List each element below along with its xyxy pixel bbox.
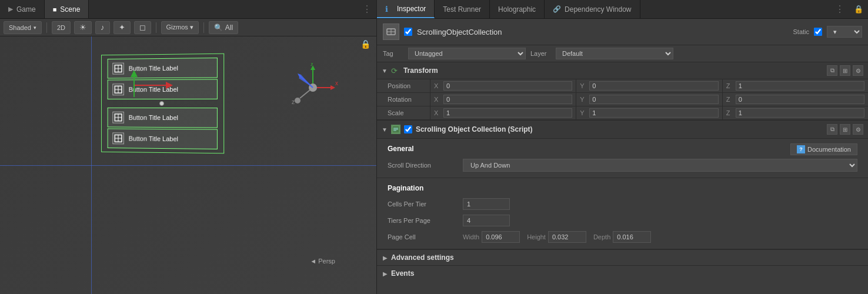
gizmos-button[interactable]: Gizmos ▾ <box>161 21 199 34</box>
svg-line-27 <box>300 76 313 88</box>
inspector-lock-icon[interactable]: 🔒 <box>849 0 868 18</box>
events-chevron-icon: ▶ <box>383 270 388 277</box>
position-y-cell: Y <box>576 79 722 93</box>
transform-paste-icon[interactable]: ⊞ <box>840 65 850 76</box>
scale-y-input[interactable] <box>589 108 718 118</box>
scale-z-input[interactable] <box>736 108 864 118</box>
transform-actions: ⧉ ⊞ ⚙ <box>827 65 863 76</box>
scene-viewport[interactable]: Button Title Label Button Title Label <box>0 36 376 294</box>
tab-scene[interactable]: ■ Scene <box>45 0 89 18</box>
script-copy-icon[interactable]: ⧉ <box>827 124 837 135</box>
scene-camera-toggle[interactable]: ◻ <box>134 21 151 34</box>
page-cell-width-item: Width <box>463 231 520 243</box>
page-cell-width-input[interactable] <box>482 231 520 243</box>
list-item: Button Title Label <box>108 128 218 149</box>
list-item: Button Title Label <box>108 108 218 128</box>
tab-inspector[interactable]: ℹ Inspector <box>377 0 435 18</box>
position-z-input[interactable] <box>736 81 864 91</box>
lock-icon[interactable]: 🔒 <box>360 39 370 49</box>
script-icon <box>391 125 400 134</box>
transform-gear-icon[interactable]: ⚙ <box>853 65 863 76</box>
pagination-subsection: Pagination Cells Per Tier Tiers Per Page… <box>377 178 868 249</box>
script-actions: ⧉ ⊞ ⚙ <box>827 124 863 135</box>
tag-layer-row: Tag Untagged Layer Default <box>377 45 868 62</box>
scale-z-cell: Z <box>722 106 868 120</box>
script-gear-icon[interactable]: ⚙ <box>853 124 863 135</box>
general-subsection: General ? Documentation Scroll Direction… <box>377 139 868 178</box>
transform-icon: ⟳ <box>391 66 398 75</box>
scale-x-cell: X <box>430 106 576 120</box>
scene-gizmo: x y z <box>288 63 338 115</box>
static-dropdown[interactable]: ▾ <box>827 26 862 38</box>
page-cell-height-item: Height <box>527 231 586 243</box>
left-tabs: ▶ Game ■ Scene ⋮ <box>0 0 376 19</box>
static-checkbox[interactable] <box>814 28 822 36</box>
page-cell-depth-item: Depth <box>593 231 651 243</box>
collection-border: Button Title Label Button Title Label <box>101 54 224 154</box>
inspector-panel-options[interactable]: ⋮ <box>830 0 849 18</box>
tiers-per-page-input[interactable] <box>463 215 510 226</box>
audio-toggle[interactable]: ♪ <box>95 21 110 34</box>
tag-select[interactable]: Untagged <box>408 48 526 59</box>
inspector-content: ScrollingObjectCollection Static ▾ Tag U… <box>377 19 868 294</box>
rotation-y-cell: Y <box>576 93 722 106</box>
advanced-settings-row[interactable]: ▶ Advanced settings <box>377 249 868 265</box>
lighting-toggle[interactable]: ☀ <box>74 21 92 34</box>
transform-chevron-icon: ▼ <box>382 68 388 74</box>
scroll-direction-select[interactable]: Up And Down Left And Right <box>463 159 857 172</box>
rotation-label: Rotation <box>377 93 430 106</box>
rotation-z-input[interactable] <box>736 95 864 104</box>
inspector-tabs: ℹ Inspector Test Runner Holographic 🔗 De… <box>377 0 868 19</box>
separator <box>46 22 47 33</box>
transform-copy-icon[interactable]: ⧉ <box>827 65 837 76</box>
rotation-x-input[interactable] <box>443 95 572 104</box>
item-icon-4 <box>112 132 123 144</box>
item-icon-1 <box>112 63 123 75</box>
search-button[interactable]: 🔍 All <box>209 21 238 34</box>
component-enabled-checkbox[interactable] <box>404 28 412 36</box>
script-chevron-icon: ▼ <box>382 126 388 133</box>
shading-dropdown[interactable]: Shaded ▾ <box>4 21 42 34</box>
tab-test-runner[interactable]: Test Runner <box>435 0 490 18</box>
rotation-z-cell: Z <box>722 93 868 106</box>
page-cell-depth-input[interactable] <box>613 231 651 243</box>
rotation-y-input[interactable] <box>589 95 718 104</box>
2d-toggle[interactable]: 2D <box>52 21 71 34</box>
tab-holographic[interactable]: Holographic <box>490 0 545 18</box>
scene-toolbar: Shaded ▾ 2D ☀ ♪ ✦ ◻ Gizmos ▾ 🔍 All <box>0 19 376 36</box>
page-cell-row: Page Cell Width Height Depth <box>388 229 857 245</box>
svg-point-21 <box>295 98 301 103</box>
transform-arrows <box>128 71 175 102</box>
object-collection-container: Button Title Label Button Title Label <box>101 54 224 154</box>
page-cell-values: Width Height Depth <box>463 231 857 243</box>
inspector-icon: ℹ <box>385 5 393 13</box>
position-x-input[interactable] <box>443 81 572 91</box>
item-icon-3 <box>112 112 123 123</box>
panel-options[interactable]: ⋮ <box>358 0 376 18</box>
scene-background: Button Title Label Button Title Label <box>0 36 376 294</box>
svg-marker-19 <box>330 85 335 90</box>
transform-section-header[interactable]: ▼ ⟳ Transform ⧉ ⊞ ⚙ <box>377 62 868 79</box>
position-y-input[interactable] <box>589 81 718 91</box>
scale-x-input[interactable] <box>443 108 572 118</box>
documentation-button[interactable]: ? Documentation <box>790 143 857 155</box>
position-x-cell: X <box>430 79 576 93</box>
events-row[interactable]: ▶ Events <box>377 265 868 281</box>
position-z-cell: Z <box>722 79 868 93</box>
script-enabled-checkbox[interactable] <box>404 125 412 133</box>
fx-toggle[interactable]: ✦ <box>113 21 131 34</box>
tab-game[interactable]: ▶ Game <box>0 0 45 18</box>
tab-dependency-window[interactable]: 🔗 Dependency Window <box>545 0 640 18</box>
position-label: Position <box>377 79 430 93</box>
script-section-header[interactable]: ▼ Scrolling Object Collection (Script) ⧉… <box>377 120 868 139</box>
item-icon-2 <box>112 83 123 95</box>
layer-select[interactable]: Default <box>556 48 673 59</box>
cells-per-tier-input[interactable] <box>463 198 510 210</box>
script-paste-icon[interactable]: ⊞ <box>840 124 850 135</box>
svg-text:z: z <box>292 99 295 105</box>
page-cell-height-input[interactable] <box>548 231 586 243</box>
scene-panel: ▶ Game ■ Scene ⋮ Shaded ▾ 2D ☀ ♪ ✦ ◻ Giz… <box>0 0 376 294</box>
persp-label: ◄ Persp <box>310 258 335 265</box>
transform-grid: Position X Y Z Rotation X <box>377 79 868 120</box>
inspector-panel: ℹ Inspector Test Runner Holographic 🔗 De… <box>376 0 868 294</box>
